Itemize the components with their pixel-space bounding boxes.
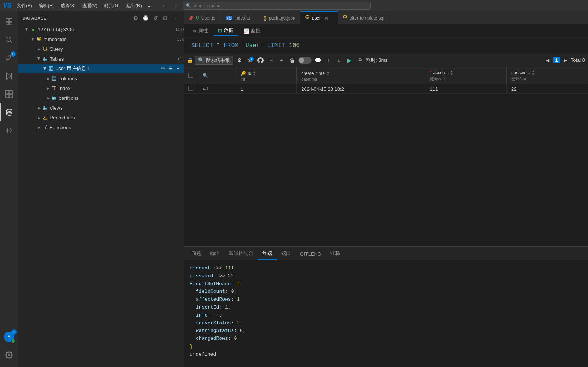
- results-delete-btn[interactable]: 🗑: [288, 56, 297, 65]
- table-user-list-btn[interactable]: ☰: [167, 65, 174, 72]
- nav-forward-btn[interactable]: →: [171, 1, 180, 10]
- pager-next-btn[interactable]: ▶: [562, 57, 569, 64]
- tree-table-user[interactable]: ▶ user 用户信息 1 ✏ ☰ +: [18, 64, 184, 73]
- col-create-time-sort[interactable]: ▲▼: [326, 70, 329, 77]
- results-table: 🔍 🔑 id ▲▼ int create_ti: [184, 67, 588, 94]
- results-down-btn[interactable]: ↓: [334, 56, 343, 65]
- activity-item-account[interactable]: A 1: [0, 328, 18, 346]
- panel-tab-output[interactable]: 输出: [206, 248, 224, 260]
- activity-item-explorer[interactable]: [0, 13, 18, 31]
- col-search: 🔍: [198, 67, 236, 84]
- columns-icon: [51, 75, 57, 81]
- tab-alter-template[interactable]: alter-template.sql: [338, 11, 389, 24]
- menu-edit[interactable]: 编辑(E): [36, 2, 57, 10]
- panel-tab-gitlens[interactable]: GITLENS: [296, 249, 326, 260]
- activity-item-search[interactable]: [0, 31, 18, 49]
- sidebar-collapse-btn[interactable]: ⊟: [161, 14, 169, 22]
- edit-icon: ✏: [193, 28, 197, 34]
- toggle-knob: [299, 58, 304, 63]
- sidebar-refresh-btn[interactable]: ↺: [151, 14, 160, 22]
- pager-prev-btn[interactable]: ◀: [544, 57, 551, 64]
- tab-user-ts[interactable]: 📌 U User.ts: [184, 11, 221, 24]
- panel-tab-ports[interactable]: 端口: [277, 248, 296, 260]
- results-notification-btn[interactable]: ✉ 1: [245, 56, 254, 65]
- panel-tab-terminal[interactable]: 终端: [258, 248, 277, 260]
- tree-tables[interactable]: ▶ Tables (1): [18, 54, 184, 64]
- col-create-time[interactable]: create_time ▲▼ datetime: [297, 67, 425, 84]
- sidebar-settings-btn[interactable]: ⚙: [132, 14, 140, 22]
- panel-tab-comments[interactable]: 注释: [326, 248, 344, 260]
- editor-subtab-bar: ✏ 属性 ⊞ 数据 📈 监控: [184, 24, 588, 38]
- col-checkbox[interactable]: [184, 67, 198, 84]
- query-icon: [42, 46, 48, 52]
- activity-item-source-control[interactable]: 2: [0, 49, 18, 67]
- sql-editor[interactable]: SELECT * FROM `User` LIMIT 100: [184, 38, 588, 54]
- table-user-edit-btn[interactable]: ✏: [160, 65, 166, 72]
- col-password[interactable]: passwo... ▲▼ 密码/var: [506, 67, 588, 84]
- subtab-properties[interactable]: ✏ 属性: [188, 26, 213, 36]
- tree-partitions[interactable]: ▶ partitions: [18, 93, 184, 103]
- tree-procedures[interactable]: ▶ Procedures: [18, 113, 184, 122]
- svg-point-4: [6, 37, 11, 42]
- menu-view[interactable]: 查看(V): [79, 2, 101, 10]
- tab-user-sql[interactable]: user ✕: [300, 11, 338, 24]
- col-id[interactable]: 🔑 id ▲▼ int: [236, 67, 297, 84]
- results-table-container[interactable]: 🔍 🔑 id ▲▼ int create_ti: [184, 67, 588, 246]
- activity-item-json[interactable]: {}: [0, 121, 18, 139]
- menu-select[interactable]: 选择(S): [58, 2, 79, 10]
- tree-database[interactable]: ▶ mmoactdb 16k: [18, 34, 184, 44]
- svg-rect-27: [49, 67, 53, 71]
- results-eye-btn[interactable]: 👁: [355, 56, 364, 65]
- tab-user-ts-icon: U: [196, 15, 199, 21]
- results-comment-btn[interactable]: 💬: [313, 56, 322, 65]
- results-toggle-btn[interactable]: [298, 57, 312, 64]
- results-up-btn[interactable]: ↑: [324, 56, 333, 65]
- tab-index-ts[interactable]: TS index.ts: [221, 11, 259, 24]
- panel-tab-problems[interactable]: 问题: [187, 248, 206, 260]
- table-row[interactable]: ▶ 1 1 2024-04-15 23:18:2 111 22: [184, 84, 588, 94]
- col-account[interactable]: * accou... ▲▼ 账号/var: [425, 67, 506, 84]
- sidebar-add-btn[interactable]: +: [171, 14, 179, 22]
- results-add-row-btn[interactable]: +: [277, 56, 286, 65]
- row-expand-cell[interactable]: ▶ 1: [198, 84, 236, 94]
- menu-goto[interactable]: 转到(G): [101, 2, 123, 10]
- row-checkbox-cell[interactable]: [184, 84, 198, 94]
- table-user-new-btn[interactable]: +: [175, 65, 181, 72]
- terminal-content[interactable]: account :>> 111 password :>> 22 ResultSe…: [184, 260, 588, 367]
- tree-views[interactable]: ▶ Views: [18, 103, 184, 113]
- menu-run[interactable]: 运行(R): [123, 2, 145, 10]
- col-account-sort[interactable]: ▲▼: [451, 69, 454, 76]
- row-checkbox[interactable]: [188, 86, 193, 91]
- svg-rect-23: [43, 57, 47, 61]
- panel-tab-debug[interactable]: 调试控制台: [224, 248, 258, 260]
- tree-index[interactable]: ▶ index: [18, 83, 184, 93]
- results-add-col-btn[interactable]: ＋: [267, 56, 276, 65]
- activity-item-extensions[interactable]: [0, 85, 18, 103]
- menu-file[interactable]: 文件(F): [14, 2, 35, 10]
- subtab-data[interactable]: ⊞ 数据: [213, 26, 238, 36]
- activity-item-database[interactable]: [0, 103, 18, 121]
- results-github-btn[interactable]: [256, 56, 265, 65]
- row-expand-btn[interactable]: ▶ 1: [203, 87, 231, 92]
- tree-connection[interactable]: ▶ ● 127.0.0.1@3306 8.3.0: [18, 24, 184, 34]
- results-settings-btn[interactable]: ⚙: [235, 56, 244, 65]
- subtab-monitor[interactable]: 📈 监控: [239, 26, 265, 36]
- search-input[interactable]: [193, 3, 367, 8]
- tree-columns[interactable]: ▶ columns: [18, 73, 184, 83]
- tree-functions[interactable]: ▶ f Functions: [18, 122, 184, 132]
- results-run-btn[interactable]: ▶: [345, 56, 354, 65]
- results-search-box[interactable]: 🔍 搜索结果集: [195, 56, 233, 65]
- activity-item-run[interactable]: [0, 67, 18, 85]
- nav-back-btn[interactable]: ←: [160, 1, 169, 10]
- tab-user-sql-close[interactable]: ✕: [323, 15, 330, 21]
- tree-query[interactable]: ▶ Query: [18, 44, 184, 54]
- search-bar[interactable]: 🔍: [183, 2, 371, 10]
- menu-more[interactable]: ...: [146, 2, 154, 10]
- col-create-time-type: datetime: [301, 77, 420, 81]
- header-checkbox[interactable]: [188, 73, 193, 78]
- col-password-sort[interactable]: ▲▼: [532, 69, 535, 76]
- col-id-sort[interactable]: ▲▼: [253, 70, 256, 77]
- activity-item-settings[interactable]: [0, 346, 18, 364]
- sidebar-history-btn[interactable]: ⌚: [142, 14, 150, 22]
- tab-package-json[interactable]: {} package.json: [259, 11, 300, 24]
